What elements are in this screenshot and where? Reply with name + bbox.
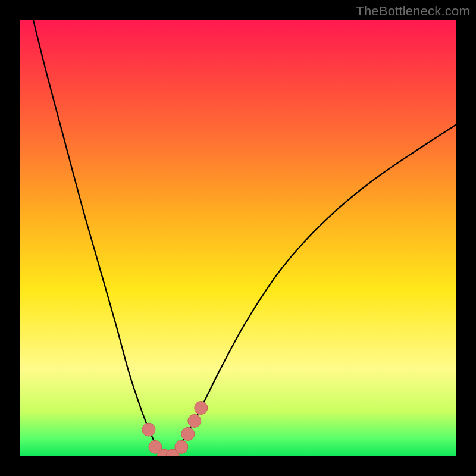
valley-marker <box>142 423 155 436</box>
curve-layer <box>20 20 456 456</box>
valley-marker <box>175 440 188 453</box>
valley-marker <box>195 401 208 414</box>
chart-stage: TheBottleneck.com <box>0 0 476 476</box>
series-bottleneck-curve-left <box>33 20 168 456</box>
series-bottleneck-curve-right <box>168 125 456 456</box>
valley-marker <box>181 427 195 440</box>
watermark-text: TheBottleneck.com <box>356 4 470 19</box>
plot-area <box>20 20 456 456</box>
valley-marker <box>188 414 201 427</box>
